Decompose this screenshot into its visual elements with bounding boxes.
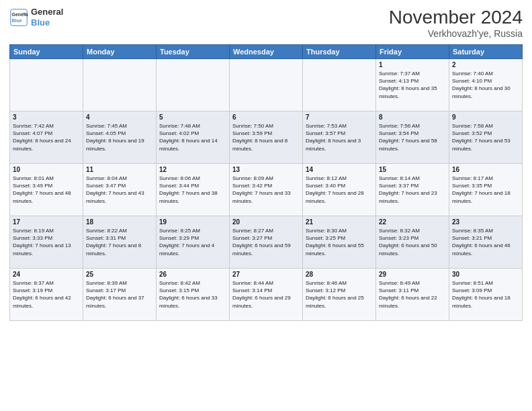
day-info: Sunrise: 7:40 AM Sunset: 4:10 PM Dayligh… <box>452 70 519 100</box>
day-number: 24 <box>13 271 80 278</box>
day-info: Sunrise: 8:22 AM Sunset: 3:31 PM Dayligh… <box>86 227 153 257</box>
day-number: 28 <box>306 271 373 278</box>
day-info: Sunrise: 7:45 AM Sunset: 4:05 PM Dayligh… <box>86 122 153 152</box>
calendar-cell: 24Sunrise: 8:37 AM Sunset: 3:19 PM Dayli… <box>10 269 83 321</box>
day-info: Sunrise: 8:30 AM Sunset: 3:25 PM Dayligh… <box>306 227 373 257</box>
day-number: 25 <box>86 271 153 278</box>
calendar-cell: 4Sunrise: 7:45 AM Sunset: 4:05 PM Daylig… <box>83 111 157 164</box>
calendar-cell: 14Sunrise: 8:12 AM Sunset: 3:40 PM Dayli… <box>303 164 376 216</box>
day-number: 13 <box>232 166 300 173</box>
day-info: Sunrise: 8:06 AM Sunset: 3:44 PM Dayligh… <box>159 175 226 205</box>
calendar-cell: 17Sunrise: 8:19 AM Sunset: 3:33 PM Dayli… <box>10 216 83 269</box>
calendar-cell: 19Sunrise: 8:25 AM Sunset: 3:29 PM Dayli… <box>157 216 230 269</box>
calendar-cell: 3Sunrise: 7:42 AM Sunset: 4:07 PM Daylig… <box>10 111 83 164</box>
calendar-cell: 25Sunrise: 8:39 AM Sunset: 3:17 PM Dayli… <box>83 269 157 321</box>
day-number: 17 <box>13 218 80 226</box>
day-number: 10 <box>13 166 80 173</box>
day-info: Sunrise: 8:46 AM Sunset: 3:12 PM Dayligh… <box>306 279 373 310</box>
main-title: November 2024 <box>389 7 523 28</box>
day-info: Sunrise: 8:04 AM Sunset: 3:47 PM Dayligh… <box>86 175 153 205</box>
day-number: 3 <box>13 113 80 121</box>
day-number: 30 <box>452 271 519 278</box>
calendar-cell: 2Sunrise: 7:40 AM Sunset: 4:10 PM Daylig… <box>449 59 523 111</box>
day-info: Sunrise: 8:42 AM Sunset: 3:15 PM Dayligh… <box>159 279 226 310</box>
day-info: Sunrise: 7:37 AM Sunset: 4:13 PM Dayligh… <box>379 70 446 100</box>
calendar-week: 17Sunrise: 8:19 AM Sunset: 3:33 PM Dayli… <box>10 216 523 269</box>
calendar-cell: 27Sunrise: 8:44 AM Sunset: 3:14 PM Dayli… <box>230 269 303 321</box>
day-info: Sunrise: 7:48 AM Sunset: 4:02 PM Dayligh… <box>159 122 226 152</box>
title-block: November 2024 Verkhovazh'ye, Russia <box>389 7 523 39</box>
calendar-cell: 7Sunrise: 7:53 AM Sunset: 3:57 PM Daylig… <box>303 111 376 164</box>
calendar-cell: 11Sunrise: 8:04 AM Sunset: 3:47 PM Dayli… <box>83 164 157 216</box>
day-info: Sunrise: 8:01 AM Sunset: 3:49 PM Dayligh… <box>13 175 80 205</box>
logo-line1: General <box>31 7 63 17</box>
day-number: 21 <box>306 218 373 226</box>
day-info: Sunrise: 8:25 AM Sunset: 3:29 PM Dayligh… <box>159 227 226 257</box>
calendar-cell <box>230 59 303 111</box>
calendar-cell: 16Sunrise: 8:17 AM Sunset: 3:35 PM Dayli… <box>449 164 523 216</box>
calendar-cell: 13Sunrise: 8:09 AM Sunset: 3:42 PM Dayli… <box>230 164 303 216</box>
weekday-header: Sunday <box>10 45 83 59</box>
day-number: 22 <box>379 218 446 226</box>
calendar-cell: 5Sunrise: 7:48 AM Sunset: 4:02 PM Daylig… <box>157 111 230 164</box>
day-info: Sunrise: 7:56 AM Sunset: 3:54 PM Dayligh… <box>379 122 446 152</box>
weekday-header: Thursday <box>303 45 376 59</box>
day-info: Sunrise: 8:19 AM Sunset: 3:33 PM Dayligh… <box>13 227 80 257</box>
calendar-cell: 18Sunrise: 8:22 AM Sunset: 3:31 PM Dayli… <box>83 216 157 269</box>
day-number: 29 <box>379 271 446 278</box>
day-info: Sunrise: 8:14 AM Sunset: 3:37 PM Dayligh… <box>379 175 446 205</box>
day-number: 26 <box>159 271 226 278</box>
calendar-cell: 6Sunrise: 7:50 AM Sunset: 3:59 PM Daylig… <box>230 111 303 164</box>
calendar-cell: 1Sunrise: 7:37 AM Sunset: 4:13 PM Daylig… <box>376 59 449 111</box>
day-info: Sunrise: 8:35 AM Sunset: 3:21 PM Dayligh… <box>452 227 519 257</box>
calendar-table: SundayMondayTuesdayWednesdayThursdayFrid… <box>9 44 523 321</box>
day-number: 1 <box>379 61 446 68</box>
calendar-cell: 29Sunrise: 8:49 AM Sunset: 3:11 PM Dayli… <box>376 269 449 321</box>
calendar-cell: 23Sunrise: 8:35 AM Sunset: 3:21 PM Dayli… <box>449 216 523 269</box>
calendar-cell: 15Sunrise: 8:14 AM Sunset: 3:37 PM Dayli… <box>376 164 449 216</box>
day-info: Sunrise: 8:37 AM Sunset: 3:19 PM Dayligh… <box>13 279 80 310</box>
day-number: 5 <box>159 113 226 121</box>
weekday-header: Friday <box>376 45 449 59</box>
day-number: 15 <box>379 166 446 173</box>
calendar-cell <box>157 59 230 111</box>
day-number: 12 <box>159 166 226 173</box>
day-number: 11 <box>86 166 153 173</box>
day-number: 14 <box>306 166 373 173</box>
logo-icon: General Blue <box>9 8 28 27</box>
calendar-week: 24Sunrise: 8:37 AM Sunset: 3:19 PM Dayli… <box>10 269 523 321</box>
day-info: Sunrise: 8:17 AM Sunset: 3:35 PM Dayligh… <box>452 175 519 205</box>
day-info: Sunrise: 8:51 AM Sunset: 3:09 PM Dayligh… <box>452 279 519 310</box>
page: General Blue General Blue November 2024 … <box>0 0 532 411</box>
day-number: 20 <box>232 218 300 226</box>
day-info: Sunrise: 8:44 AM Sunset: 3:14 PM Dayligh… <box>232 279 300 310</box>
calendar-cell <box>303 59 376 111</box>
calendar-cell: 20Sunrise: 8:27 AM Sunset: 3:27 PM Dayli… <box>230 216 303 269</box>
logo-line2: Blue <box>31 17 50 28</box>
header-row: SundayMondayTuesdayWednesdayThursdayFrid… <box>10 45 523 59</box>
day-number: 19 <box>159 218 226 226</box>
day-info: Sunrise: 7:53 AM Sunset: 3:57 PM Dayligh… <box>306 122 373 152</box>
day-number: 8 <box>379 113 446 121</box>
weekday-header: Wednesday <box>230 45 303 59</box>
day-number: 9 <box>452 113 519 121</box>
day-info: Sunrise: 8:32 AM Sunset: 3:23 PM Dayligh… <box>379 227 446 257</box>
calendar-cell: 12Sunrise: 8:06 AM Sunset: 3:44 PM Dayli… <box>157 164 230 216</box>
calendar-cell: 28Sunrise: 8:46 AM Sunset: 3:12 PM Dayli… <box>303 269 376 321</box>
day-number: 16 <box>452 166 519 173</box>
svg-text:Blue: Blue <box>12 18 22 23</box>
day-info: Sunrise: 8:12 AM Sunset: 3:40 PM Dayligh… <box>306 175 373 205</box>
day-info: Sunrise: 8:27 AM Sunset: 3:27 PM Dayligh… <box>232 227 300 257</box>
calendar-cell: 10Sunrise: 8:01 AM Sunset: 3:49 PM Dayli… <box>10 164 83 216</box>
weekday-header: Monday <box>83 45 157 59</box>
header: General Blue General Blue November 2024 … <box>9 7 523 39</box>
calendar-cell <box>10 59 83 111</box>
calendar-week: 1Sunrise: 7:37 AM Sunset: 4:13 PM Daylig… <box>10 59 523 111</box>
calendar-cell: 21Sunrise: 8:30 AM Sunset: 3:25 PM Dayli… <box>303 216 376 269</box>
day-number: 23 <box>452 218 519 226</box>
day-info: Sunrise: 8:49 AM Sunset: 3:11 PM Dayligh… <box>379 279 446 310</box>
subtitle: Verkhovazh'ye, Russia <box>389 28 523 39</box>
calendar-cell <box>83 59 157 111</box>
calendar-cell: 26Sunrise: 8:42 AM Sunset: 3:15 PM Dayli… <box>157 269 230 321</box>
day-number: 27 <box>232 271 300 278</box>
